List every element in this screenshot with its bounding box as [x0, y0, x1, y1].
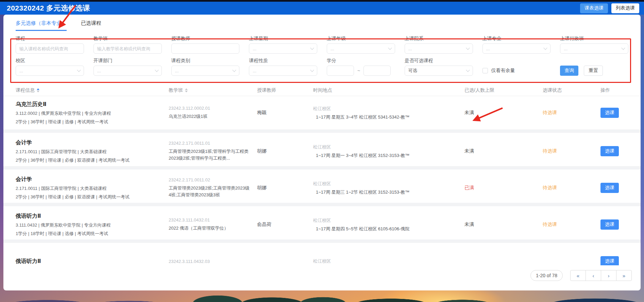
filter-label: 上课星期 — [249, 35, 317, 42]
tree-silhouettes — [0, 290, 644, 302]
course-title: 乌克兰历史Ⅱ — [16, 101, 162, 108]
class-input[interactable] — [94, 43, 162, 54]
class-name: 工商管理类2023级2班;工商管理类2023级4班;工商管理类2023级3班 — [169, 185, 250, 198]
table-row: 会计学 2.171.0011 | 国际工商管理学院 | 大类基础课程 2学分 |… — [3, 129, 641, 166]
column-label: 课程信息 — [16, 87, 35, 93]
schedule: 1~17周 星期四 5~5节 松江校区 6105-6106-俄院 — [313, 226, 458, 232]
selectable-select[interactable]: 可选 — [405, 66, 473, 76]
chevron-down-icon — [310, 46, 314, 50]
department-select[interactable]: ... — [94, 66, 162, 76]
grade-select[interactable]: ... — [327, 43, 395, 54]
nature-select[interactable]: ... — [249, 66, 317, 76]
credit-min-input[interactable] — [327, 66, 354, 76]
sort-icon[interactable] — [185, 88, 188, 92]
column-capacity: 已选/人数上限 — [464, 87, 543, 93]
select-course-button[interactable]: 选课 — [600, 146, 619, 156]
filter-label: 是否可选课程 — [405, 57, 473, 64]
filter-nature: 课程性质 ... — [249, 57, 317, 76]
class-code: 23242.2.171.0011.02 — [169, 177, 250, 182]
credit-max-input[interactable] — [363, 66, 391, 76]
course-input[interactable] — [16, 43, 84, 54]
table-row: 俄语听力Ⅱ 23242.3.111.0432.03 松江校区 选课 — [3, 239, 641, 265]
reset-button[interactable]: 重置 — [584, 66, 603, 76]
caret-down-icon — [185, 91, 188, 92]
filter-buttons: 查询 重置 — [560, 57, 628, 76]
time-place-cell: 松江校区 1~17周 星期四 5~5节 松江校区 6105-6106-俄院 — [313, 217, 464, 232]
weekday-select[interactable]: ... — [249, 43, 317, 54]
search-button[interactable]: 查询 — [560, 66, 578, 76]
sort-icon[interactable] — [37, 88, 39, 92]
time-place-cell: 松江校区 — [313, 258, 464, 264]
chevron-down-icon — [466, 68, 470, 72]
next-page-button[interactable]: › — [601, 270, 616, 281]
course-meta: 2.171.0011 | 国际工商管理学院 | 大类基础课程 — [16, 149, 162, 155]
teacher-cell: 俞晶荷 — [257, 221, 313, 228]
class-name: 2022 俄语（工商管理双学位） — [169, 225, 250, 232]
campus-select[interactable]: ... — [16, 66, 84, 76]
major-select[interactable]: ... — [482, 43, 551, 54]
filter-label: 课程类别 — [171, 57, 240, 64]
chevron-down-icon — [310, 68, 314, 72]
status-cell: 待选课 — [543, 148, 600, 154]
select-value: ... — [97, 68, 101, 73]
admin-class-select[interactable]: ... — [560, 43, 628, 54]
column-time-place: 时间地点 — [313, 87, 464, 93]
first-page-button[interactable]: « — [570, 270, 586, 281]
tab-selected-courses[interactable]: 已选课程 — [81, 20, 101, 31]
filter-course: 课程 — [16, 35, 84, 54]
caret-up-icon — [185, 88, 188, 90]
class-cell: 23242.2.171.0011.01 工商管理类2023级1班;管理科学与工程… — [169, 141, 257, 162]
course-info-cell: 乌克兰历史Ⅱ 3.112.0002 | 俄罗斯东欧中亚学院 | 专业方向课程 2… — [16, 101, 169, 125]
prev-page-button[interactable]: ‹ — [586, 270, 601, 281]
course-meta: 3.111.0432 | 俄罗斯东欧中亚学院 | 专业方向课程 — [16, 222, 162, 228]
filter-label: 上课专业 — [482, 35, 551, 42]
capacity-cell: 未满 — [464, 110, 543, 116]
capacity-cell: 未满 — [464, 221, 543, 228]
pagination-buttons: « ‹ › » — [570, 270, 632, 281]
class-code: 23242.3.112.0002.01 — [169, 106, 250, 111]
pagination: 1-20 of 78 « ‹ › » — [530, 270, 632, 281]
caret-up-icon — [37, 88, 39, 90]
only-available-label: 仅看有余量 — [491, 68, 515, 74]
capacity-cell: 未满 — [464, 148, 543, 154]
course-info-cell: 会计学 2.171.0011 | 国际工商管理学院 | 大类基础课程 2学分 |… — [16, 139, 169, 163]
select-course-button[interactable]: 选课 — [600, 183, 619, 193]
time-place-cell: 松江校区 1~17周 星期五 3~4节 松江校区 5341-5342-教™ — [313, 106, 464, 120]
course-title: 俄语听力Ⅱ — [16, 258, 162, 265]
select-course-button[interactable]: 选课 — [600, 108, 619, 118]
teacher-input[interactable] — [171, 43, 240, 54]
last-page-button[interactable]: » — [616, 270, 632, 281]
schedule: 1~17周 星期五 3~4节 松江校区 5341-5342-教™ — [313, 114, 458, 120]
select-value: ... — [331, 46, 334, 51]
filter-grade: 上课年级 ... — [327, 35, 395, 54]
list-select-button[interactable]: 列表选课 — [611, 3, 639, 13]
filter-admin-class: 上课行政班 ... — [560, 35, 628, 54]
column-class[interactable]: 教学班 — [169, 87, 257, 93]
filter-faculty: 上课院系 ... — [405, 35, 473, 54]
filter-label: 授课教师 — [171, 35, 240, 42]
select-course-button[interactable]: 选课 — [600, 219, 619, 230]
campus: 松江校区 — [313, 144, 458, 150]
select-value: ... — [486, 46, 490, 51]
timetable-select-button[interactable]: 课表选课 — [580, 3, 608, 13]
action-cell: 选课 — [600, 183, 628, 193]
filter-department: 开课部门 ... — [94, 57, 162, 76]
page-title: 202320242 多元选修选课 — [7, 3, 90, 13]
faculty-select[interactable]: ... — [405, 43, 473, 54]
campus: 松江校区 — [313, 258, 458, 264]
column-course-info[interactable]: 课程信息 — [16, 87, 169, 93]
campus: 松江校区 — [313, 217, 458, 224]
select-course-button[interactable]: 选课 — [600, 256, 619, 265]
tab-multi-elective[interactable]: 多元选修（非本专业） — [16, 20, 67, 31]
filter-row-1: 课程 教学班 授课教师 上课星期 ... 上课年级 . — [3, 35, 641, 54]
filter-label: 校区 — [16, 57, 84, 64]
course-info-cell: 俄语听力Ⅱ — [16, 258, 169, 265]
category-select[interactable]: ... — [171, 66, 240, 76]
credit-range-separator: ~ — [357, 68, 360, 73]
app-header-bar: 202320242 多元选修选课 课表选课 列表选课 — [0, 2, 644, 15]
chevron-down-icon — [621, 46, 625, 50]
class-code: 23242.3.111.0432.03 — [169, 259, 250, 264]
time-place-cell: 松江校区 1~17周 星期一 3~4节 松江校区 3152-3153-教™ — [313, 144, 464, 159]
credit-range: ~ — [327, 66, 395, 76]
only-available-checkbox[interactable] — [482, 68, 488, 73]
